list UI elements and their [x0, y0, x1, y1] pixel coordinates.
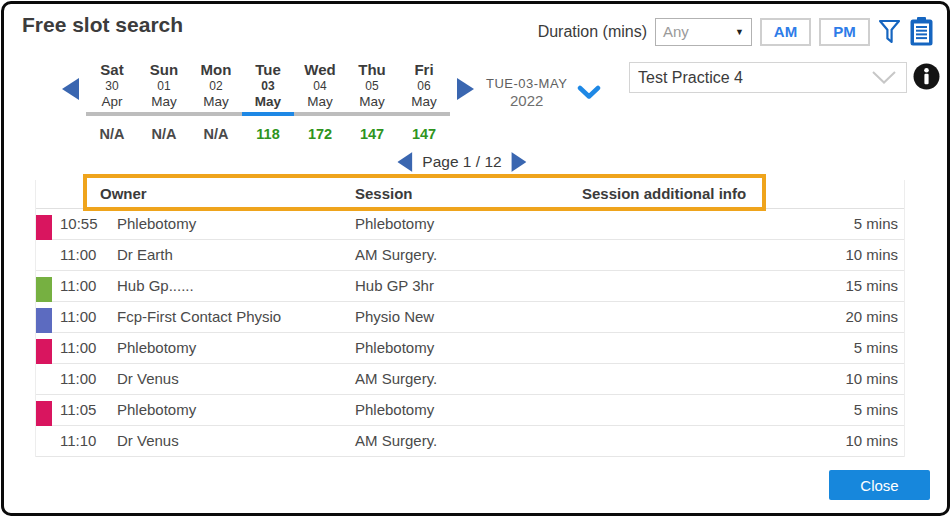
table-row[interactable]: 11:00 Fcp-First Contact Physio Physio Ne…: [36, 302, 904, 333]
info-icon[interactable]: [913, 63, 940, 90]
table-row[interactable]: 11:10 Dr Venus AM Surgery. 10 mins: [36, 426, 904, 457]
am-filter-button[interactable]: AM: [760, 18, 811, 46]
practice-chevron-down-icon: [870, 70, 898, 85]
slot-duration: 20 mins: [845, 308, 898, 325]
selected-date-year: 2022: [486, 92, 567, 110]
next-dates-arrow-button[interactable]: [457, 78, 474, 100]
day-column-wed[interactable]: Wed 04 May 172: [294, 61, 346, 142]
day-underline: [190, 112, 242, 116]
day-name: Fri: [398, 61, 450, 79]
day-underline: [294, 112, 346, 116]
slot-duration: 5 mins: [854, 401, 898, 418]
slot-session: Phlebotomy: [355, 215, 434, 232]
free-slots-table: Owner Session Session additional info 10…: [35, 180, 905, 457]
day-underline: [138, 112, 190, 116]
slot-time: 11:00: [60, 277, 96, 294]
table-row[interactable]: 11:05 Phlebotomy Phlebotomy 5 mins: [36, 395, 904, 426]
day-slot-count: N/A: [190, 126, 242, 142]
duration-select[interactable]: Any ▼: [655, 18, 752, 46]
day-underline: [86, 112, 138, 116]
slot-session: Physio New: [355, 308, 434, 325]
slot-owner: Dr Venus: [117, 432, 179, 449]
date-navigator: Sat 30 Apr N/A Sun 01 May N/A Mon 02 May…: [62, 61, 601, 142]
column-header-owner: Owner: [100, 185, 147, 202]
day-slot-count: 118: [242, 126, 294, 142]
slot-owner: Dr Earth: [117, 246, 173, 263]
day-name: Wed: [294, 61, 346, 79]
day-number: 04: [294, 79, 346, 93]
slot-session: Phlebotomy: [355, 339, 434, 356]
table-header-row: Owner Session Session additional info: [36, 180, 904, 209]
toolbar: Duration (mins) Any ▼ AM PM: [538, 16, 934, 47]
filter-funnel-icon[interactable]: [878, 17, 901, 46]
duration-select-value: Any: [663, 23, 689, 40]
practice-select[interactable]: Test Practice 4: [629, 62, 907, 93]
day-name: Sun: [138, 61, 190, 79]
day-month: May: [138, 93, 190, 112]
selected-date-label: TUE-03-MAY 2022: [486, 76, 567, 110]
selected-date-text: TUE-03-MAY: [486, 76, 567, 92]
day-number: 06: [398, 79, 450, 93]
next-page-arrow-button[interactable]: [512, 152, 527, 172]
day-underline: [398, 112, 450, 116]
day-month: May: [346, 93, 398, 112]
slot-duration: 10 mins: [845, 432, 898, 449]
day-column-mon[interactable]: Mon 02 May N/A: [190, 61, 242, 142]
page-indicator: Page 1 / 12: [422, 153, 501, 171]
previous-page-arrow-button[interactable]: [397, 152, 412, 172]
day-number: 03: [242, 79, 294, 93]
free-slot-search-dialog: Free slot search Duration (mins) Any ▼ A…: [1, 1, 950, 516]
slot-duration: 5 mins: [854, 339, 898, 356]
day-column-tue-selected[interactable]: Tue 03 May 118: [242, 61, 294, 142]
slot-time: 11:00: [60, 370, 96, 387]
column-header-session: Session: [355, 185, 413, 202]
table-row[interactable]: 11:00 Dr Earth AM Surgery. 10 mins: [36, 240, 904, 271]
pagination: Page 1 / 12: [397, 152, 526, 172]
slot-duration: 10 mins: [845, 370, 898, 387]
practice-select-value: Test Practice 4: [638, 69, 743, 87]
dropdown-caret-icon: ▼: [735, 27, 744, 37]
slot-list-clipboard-icon[interactable]: [909, 16, 934, 47]
day-name: Sat: [86, 61, 138, 79]
previous-dates-arrow-button[interactable]: [62, 78, 79, 100]
day-column-thu[interactable]: Thu 05 May 147: [346, 61, 398, 142]
slot-time: 11:10: [60, 432, 96, 449]
day-column-fri[interactable]: Fri 06 May 147: [398, 61, 450, 142]
day-column-sat[interactable]: Sat 30 Apr N/A: [86, 61, 138, 142]
day-month: Apr: [86, 93, 138, 112]
slot-owner: Phlebotomy: [117, 339, 196, 356]
day-month: May: [398, 93, 450, 112]
slot-owner: Phlebotomy: [117, 401, 196, 418]
day-month: May: [294, 93, 346, 112]
close-button[interactable]: Close: [829, 470, 930, 500]
table-row[interactable]: 11:00 Hub Gp...... Hub GP 3hr 15 mins: [36, 271, 904, 302]
day-underline: [346, 112, 398, 116]
day-slot-count: 147: [398, 126, 450, 142]
table-row[interactable]: 11:00 Dr Venus AM Surgery. 10 mins: [36, 364, 904, 395]
duration-label: Duration (mins): [538, 23, 647, 41]
slot-time: 11:00: [60, 339, 96, 356]
slot-session: AM Surgery.: [355, 246, 437, 263]
day-number: 30: [86, 79, 138, 93]
table-row[interactable]: 11:00 Phlebotomy Phlebotomy 5 mins: [36, 333, 904, 364]
day-name: Mon: [190, 61, 242, 79]
pm-filter-button[interactable]: PM: [819, 18, 870, 46]
slot-time: 10:55: [60, 215, 98, 232]
slot-owner: Phlebotomy: [117, 215, 196, 232]
slot-owner: Dr Venus: [117, 370, 179, 387]
day-number: 02: [190, 79, 242, 93]
slot-time: 11:05: [60, 401, 96, 418]
day-slot-count: 172: [294, 126, 346, 142]
slot-owner: Hub Gp......: [117, 277, 194, 294]
slot-session: AM Surgery.: [355, 370, 437, 387]
day-number: 05: [346, 79, 398, 93]
table-row[interactable]: 10:55 Phlebotomy Phlebotomy 5 mins: [36, 209, 904, 240]
day-slot-count: 147: [346, 126, 398, 142]
slot-session: AM Surgery.: [355, 432, 437, 449]
slot-time: 11:00: [60, 246, 96, 263]
day-month: May: [242, 93, 294, 112]
calendar-expand-chevron-icon[interactable]: [577, 85, 601, 100]
day-column-sun[interactable]: Sun 01 May N/A: [138, 61, 190, 142]
day-name: Tue: [242, 61, 294, 79]
day-number: 01: [138, 79, 190, 93]
